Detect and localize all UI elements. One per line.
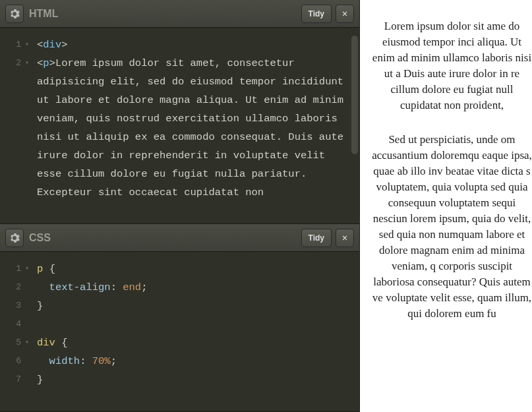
css-tidy-button[interactable]: Tidy xyxy=(301,229,332,247)
html-code-body[interactable]: <div><p>Lorem ipsum dolor sit amet, cons… xyxy=(25,28,359,223)
css-code-area[interactable]: 1234567 p { text-align: end;}div { width… xyxy=(0,252,359,411)
gear-icon xyxy=(9,9,20,19)
css-close-button[interactable]: ✕ xyxy=(336,229,354,247)
preview-paragraph-1: Lorem ipsum dolor sit ame do eiusmod tem… xyxy=(372,18,532,113)
html-panel-header: HTML Tidy ✕ xyxy=(0,0,359,28)
close-icon: ✕ xyxy=(342,232,347,243)
html-gutter: 12 xyxy=(0,28,25,223)
gear-icon xyxy=(9,233,20,243)
editor-column: HTML Tidy ✕ 12 <div><p>Lorem ipsum dolor… xyxy=(0,0,360,412)
css-panel-header: CSS Tidy ✕ xyxy=(0,224,359,252)
html-tidy-button[interactable]: Tidy xyxy=(301,5,332,23)
preview-pane: Lorem ipsum dolor sit ame do eiusmod tem… xyxy=(360,0,532,412)
css-header-actions: Tidy ✕ xyxy=(301,229,354,247)
html-panel-title: HTML xyxy=(29,8,296,20)
html-close-button[interactable]: ✕ xyxy=(336,5,354,23)
html-panel: HTML Tidy ✕ 12 <div><p>Lorem ipsum dolor… xyxy=(0,0,359,224)
html-header-actions: Tidy ✕ xyxy=(301,5,354,23)
css-settings-button[interactable] xyxy=(5,229,24,247)
html-code-area[interactable]: 12 <div><p>Lorem ipsum dolor sit amet, c… xyxy=(0,28,359,223)
css-code-body[interactable]: p { text-align: end;}div { width: 70%;} xyxy=(25,252,359,411)
close-icon: ✕ xyxy=(342,8,347,19)
preview-paragraph-2: Sed ut perspiciatis, unde om accusantium… xyxy=(372,132,532,322)
css-gutter: 1234567 xyxy=(0,252,25,411)
css-panel-title: CSS xyxy=(29,232,296,244)
html-scrollbar[interactable] xyxy=(351,36,358,154)
html-settings-button[interactable] xyxy=(5,5,24,23)
css-panel: CSS Tidy ✕ 1234567 p { text-align: end;}… xyxy=(0,224,359,412)
